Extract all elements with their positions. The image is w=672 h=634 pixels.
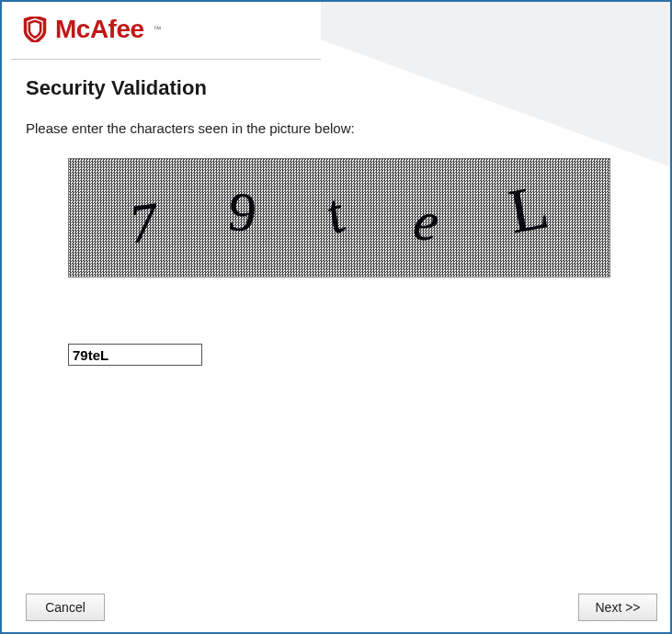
next-button[interactable]: Next >> (578, 594, 657, 621)
captcha-image: 7 9 t e L (68, 158, 610, 277)
cancel-button[interactable]: Cancel (26, 594, 105, 621)
brand-name: McAfee (55, 15, 144, 44)
brand-logo: McAfee ™ (22, 15, 650, 44)
instruction-text: Please enter the characters seen in the … (26, 120, 646, 136)
trademark-symbol: ™ (154, 25, 162, 34)
captcha-input[interactable] (68, 344, 202, 366)
captcha-characters: 7 9 t e L (69, 159, 609, 277)
captcha-char: t (317, 182, 351, 247)
captcha-char: 9 (225, 179, 259, 245)
mcafee-shield-icon (22, 17, 48, 42)
captcha-char: e (410, 188, 443, 255)
captcha-char: L (504, 170, 554, 248)
page-title: Security Validation (26, 76, 646, 100)
main-content: Security Validation Please enter the cha… (2, 60, 670, 366)
footer-buttons: Cancel Next >> (2, 594, 670, 632)
captcha-char: 7 (125, 190, 161, 257)
header: McAfee ™ (2, 2, 670, 53)
captcha-input-row (68, 344, 646, 366)
